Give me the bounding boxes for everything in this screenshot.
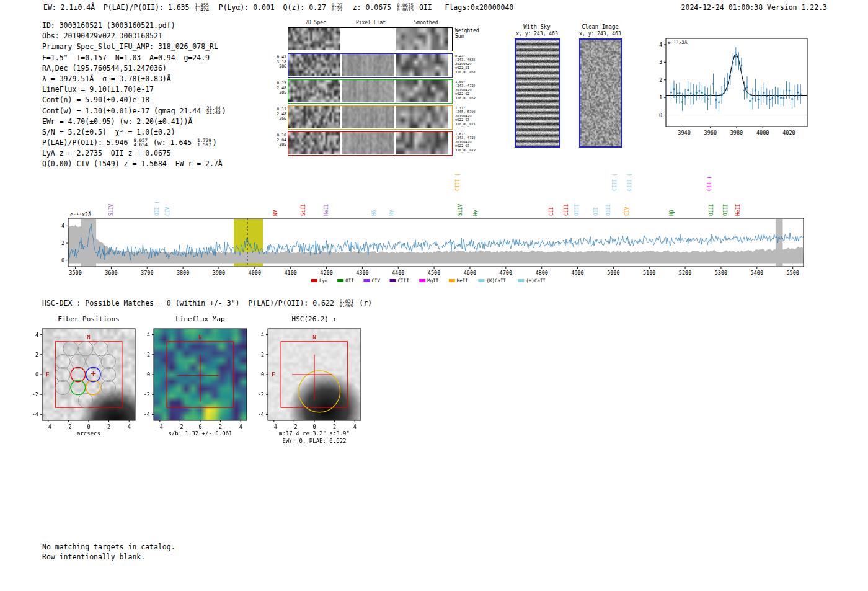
cutout-row-left-labels: 0.112.48266: [273, 107, 288, 122]
flux-data-point: [738, 60, 740, 62]
hsc-match-summary: HSC-DEX : Possible Matches = 0 (within +…: [42, 299, 372, 308]
flux-data-point: [771, 97, 773, 99]
cutout-row-right-labels: 1.67"(243, 472)20190429v022_03318_RL_072: [455, 132, 491, 152]
cutout-row-right-labels: 0.23"(243, 463)20190429v022_01318_RL_051: [455, 54, 491, 74]
svg-text:4: 4: [128, 424, 131, 430]
flux-data-point: [698, 90, 700, 92]
fiber-circle: [78, 393, 92, 407]
smoothed-image: [396, 28, 448, 50]
info-line: ID: 3003160521 (3003160521.pdf): [42, 21, 226, 32]
flux-data-point: [735, 56, 737, 58]
svg-text:5000: 5000: [607, 270, 619, 276]
emission-line-label: SiII: [301, 204, 306, 216]
cutout-column-header: Pixel Flat: [343, 20, 399, 25]
elixer-detection-report: EW: 2.1±0.4Å P(LAE)/P(OII): 1.635 1.8551…: [0, 0, 868, 591]
lineflux-map-panel: Lineflux Map -4-2024-4-2024N s/b: 1.32 +…: [135, 315, 265, 448]
svg-text:4020: 4020: [782, 130, 795, 136]
emission-line-label: OIII (: [627, 173, 632, 191]
emission-line-label: OII (: [154, 201, 160, 216]
compass-north-label: N: [198, 334, 202, 340]
cutout-row-right-labels: WeightedSum: [455, 28, 492, 39]
fiber-circle: [101, 380, 115, 394]
info-line: EWr = 4.70(±0.95) (w: 2.20(±0.41))Å: [42, 117, 226, 128]
fiber-circle: [56, 380, 70, 394]
svg-text:3940: 3940: [678, 130, 690, 136]
smoothed-image: [396, 80, 448, 102]
info-line: Cont(n) = 5.90(±0.40)e-18: [42, 96, 226, 106]
gaussian-fit-line: [666, 55, 807, 96]
flux-data-point: [715, 99, 717, 101]
svg-text:4100: 4100: [284, 270, 296, 276]
clean-image-coords: x, y: 243, 463: [572, 31, 629, 37]
hsc-image-overlay: -4-2024-4-2024NE: [249, 315, 379, 448]
pixel-flat-image: [342, 54, 394, 76]
svg-text:0: 0: [87, 424, 90, 430]
svg-text:4600: 4600: [464, 270, 476, 276]
legend-label: OII: [345, 278, 354, 283]
2d-spec-image: [288, 28, 340, 50]
emission-line-label: Hβ: [669, 210, 675, 216]
flux-data-point: [741, 65, 743, 67]
compass-east-label: E: [46, 371, 49, 378]
svg-text:0: 0: [312, 424, 316, 430]
emission-line-label: CIII (: [612, 173, 618, 191]
extraction-region-square: [55, 342, 122, 407]
flux-data-point: [724, 85, 725, 87]
svg-text:3600: 3600: [105, 270, 117, 276]
svg-text:3800: 3800: [177, 270, 189, 276]
lineflux-map-xlabel: s/b: 1.32 +/- 0.061: [138, 430, 262, 437]
flux-data-point: [704, 94, 706, 96]
svg-text:2: 2: [333, 424, 336, 430]
flux-data-point: [721, 94, 723, 96]
emission-line-label: Hδ: [371, 210, 377, 216]
flux-data-point: [687, 89, 689, 91]
svg-text:3980: 3980: [730, 130, 743, 136]
cutout-row-left-labels: 0.413.18286: [273, 55, 288, 69]
svg-text:-4: -4: [45, 424, 51, 430]
flux-data-point: [780, 97, 782, 99]
info-line: Primary Spec_Slot_IFU_AMP: 318_026_078_R…: [42, 42, 226, 53]
emission-line-label: SiIV: [108, 204, 114, 216]
info-line: LyA z = 2.2735 OII z = 0.0675: [42, 149, 226, 159]
svg-text:4: 4: [353, 424, 356, 430]
flux-data-point: [797, 92, 799, 94]
with-sky-coords: x, y: 243, 463: [508, 31, 565, 37]
svg-text:4000: 4000: [756, 130, 769, 136]
svg-text:4900: 4900: [571, 270, 583, 276]
line-fit-plot: 3940396039804000402001234e⁻¹⁷x2Å: [644, 30, 812, 141]
svg-text:4200: 4200: [320, 270, 332, 276]
svg-text:0: 0: [198, 424, 202, 430]
fiber-circle: [63, 341, 78, 355]
svg-text:3700: 3700: [141, 270, 153, 276]
spec2d-cutout-grid: 2D SpecPixel FlatSmoothedWeightedSum0.41…: [273, 19, 491, 161]
svg-text:-4: -4: [144, 411, 150, 417]
svg-text:5100: 5100: [643, 270, 655, 276]
emission-line-label: CII: [549, 207, 554, 216]
svg-text:5300: 5300: [715, 270, 727, 276]
flux-data-point: [710, 94, 712, 96]
svg-text:4300: 4300: [356, 270, 368, 276]
flux-data-point: [696, 92, 698, 94]
stacked-uncertainty: 0.8310.496: [340, 299, 354, 308]
stacked-uncertainty: 8.0574.654: [133, 138, 148, 147]
summary-metrics: EW: 2.1±0.4Å P(LAE)/P(OII): 1.635 1.8551…: [43, 3, 513, 12]
cutout-row-frame: [288, 105, 453, 130]
svg-text:0: 0: [147, 371, 150, 378]
flux-data-point: [758, 99, 760, 100]
flux-data-point: [684, 96, 686, 98]
fiber-circle: [101, 354, 115, 368]
fiber-circle: [94, 341, 108, 355]
svg-text:5400: 5400: [751, 270, 763, 276]
flux-data-point: [800, 94, 802, 96]
svg-text:-4: -4: [271, 424, 277, 430]
flux-data-point: [729, 75, 731, 77]
stacked-uncertainty: 21.4421.43: [206, 106, 221, 115]
legend-label: CIII: [398, 278, 409, 283]
with-sky-title: With Sky: [508, 24, 565, 30]
fiber-positions-xlabel: arcsecs: [27, 430, 151, 437]
fiber-circle: [101, 367, 115, 381]
fiber-circle-highlighted: [71, 380, 85, 394]
fiber-circle-highlighted: [71, 367, 85, 381]
svg-text:-2: -2: [177, 424, 183, 430]
cutout-row-frame: [288, 79, 453, 104]
